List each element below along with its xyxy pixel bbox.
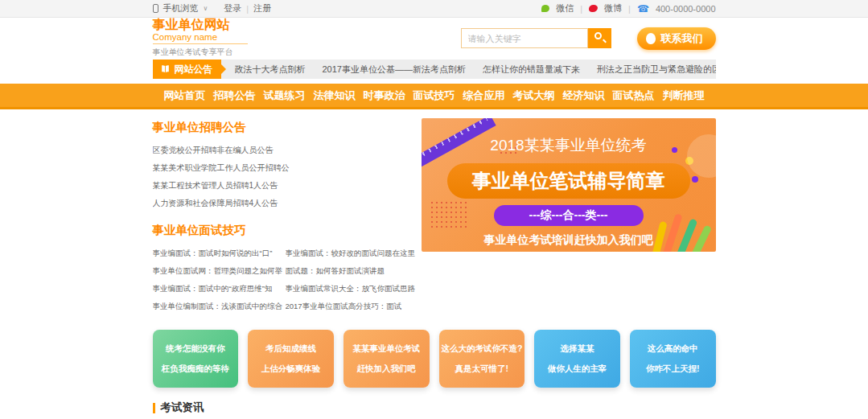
promo-card[interactable]: 某某事业单位考试 赶快加入我们吧 xyxy=(343,330,430,388)
logo-slogan: 事业单位考试专享平台 xyxy=(153,47,274,58)
interview-list-item[interactable]: 事业编面试：较好改的面试问题在这里 xyxy=(286,244,417,262)
card-line: 你咋不上天捏! xyxy=(646,364,700,375)
promo-card[interactable]: 选择某某 做你人生的主宰 xyxy=(534,330,620,388)
announcement-ticker: 网站公告 政法十大考点剖析 2017事业单位公基——新法考点剖析 怎样让你的错题… xyxy=(153,60,716,79)
section-accent-bar xyxy=(153,403,155,413)
banner-main-title: 事业单位笔试辅导简章 xyxy=(447,163,690,199)
nav-item-recruit-notices[interactable]: 招聘公告 xyxy=(214,88,256,103)
logo-title: 事业单位网站 xyxy=(153,18,274,32)
nav-item-syllabus[interactable]: 考试大纲 xyxy=(513,88,555,103)
interview-list-item[interactable]: 事业单位面试网：哲理类问题之如何举 xyxy=(153,262,284,280)
site-header: 事业单位网站 Comyany name 事业单位考试专享平台 联系我们 xyxy=(0,18,868,58)
section-title: 考试资讯 xyxy=(161,401,204,415)
card-line: 这么大的考试你不造? xyxy=(441,343,522,355)
nav-item-comprehensive[interactable]: 综合应用 xyxy=(463,88,505,103)
main-nav: 网站首页 招聘公告 试题练习 法律知识 时事政治 面试技巧 综合应用 考试大纲 … xyxy=(0,84,868,109)
card-line: 这么高的命中 xyxy=(648,343,698,355)
interview-list-item[interactable]: 事业编面试：面试时如何说的出“口” xyxy=(153,244,284,262)
divider: | xyxy=(580,4,582,14)
nav-item-reasoning[interactable]: 判断推理 xyxy=(663,88,705,103)
card-line: 做你人生的主宰 xyxy=(548,364,607,375)
phone-icon: ☎ xyxy=(637,4,649,14)
card-line: 统考怎能没有你 xyxy=(166,343,225,355)
interview-list-item[interactable]: 面试题：如何答好面试演讲题 xyxy=(286,262,417,280)
promo-card[interactable]: 考后知成绩线 上估分畅爽体验 xyxy=(248,330,334,388)
hotline-number: 400-0000-0000 xyxy=(656,4,716,14)
interview-section-title: 事业单位面试技巧 xyxy=(153,223,413,238)
logo-subtitle: Comyany name xyxy=(153,32,248,44)
search-input[interactable] xyxy=(461,28,588,48)
announcement-link[interactable]: 2017事业单位公基——新法考点剖析 xyxy=(323,64,466,76)
mobile-phone-icon xyxy=(153,4,158,13)
card-line: 赶快加入我们吧 xyxy=(356,364,416,375)
banner-category-pill: ---综---合---类--- xyxy=(494,205,644,226)
search-bar xyxy=(461,28,611,48)
hero-banner[interactable]: 2018某某事业单位统考 事业单位笔试辅导简章 ---综---合---类--- … xyxy=(422,118,716,252)
card-line: 考后知成绩线 xyxy=(265,343,316,355)
exam-news-section: 考试资讯 法律知识 时事政治 面试技巧 试题练习 招聘公告 综合应用 行政强制与… xyxy=(153,401,716,419)
card-line: 上估分畅爽体验 xyxy=(261,364,321,375)
weibo-icon xyxy=(589,5,598,12)
search-button[interactable] xyxy=(588,28,611,48)
contact-us-label: 联系我们 xyxy=(661,31,703,46)
nav-item-law[interactable]: 法律知识 xyxy=(314,88,356,103)
nav-item-home[interactable]: 网站首页 xyxy=(164,88,206,103)
interview-list-item[interactable]: 2017事业单位面试高分技巧：面试 xyxy=(286,298,417,315)
mobile-browse-link[interactable]: 手机浏览 xyxy=(163,2,199,14)
nav-item-practice[interactable]: 试题练习 xyxy=(264,88,306,103)
banner-headline: 2018某某事业单位统考 xyxy=(422,135,716,156)
chevron-down-icon: ∨ xyxy=(204,5,208,12)
announcement-link[interactable]: 刑法之正当防卫与紧急避险的区别 xyxy=(597,64,716,76)
divider: | xyxy=(246,4,249,14)
card-line: 选择某某 xyxy=(561,343,594,355)
recruit-list-item[interactable]: 人力资源和社会保障局招聘4人公告 xyxy=(153,195,413,212)
announcement-label[interactable]: 网站公告 xyxy=(153,60,221,79)
promo-card-row: 统考怎能没有你 枉负我痴痴的等待 考后知成绩线 上估分畅爽体验 某某事业单位考试… xyxy=(153,330,716,388)
interview-list-item[interactable]: 事业编面试：面试中的“政府思维”知 xyxy=(153,280,284,298)
weibo-link[interactable]: 微博 xyxy=(604,2,622,14)
nav-item-interview-skills[interactable]: 面试技巧 xyxy=(413,88,455,103)
left-column: 事业单位招聘公告 区委党校公开招聘非在编人员公告 某某美术职业学院工作人员公开招… xyxy=(153,118,413,315)
promo-card[interactable]: 统考怎能没有你 枉负我痴痴的等待 xyxy=(153,330,239,388)
search-icon xyxy=(594,32,602,39)
dots-decoration xyxy=(430,200,467,229)
nav-item-economics[interactable]: 经济知识 xyxy=(563,88,605,103)
qq-icon xyxy=(646,33,656,44)
recruit-list-item[interactable]: 某某美术职业学院工作人员公开招聘公 xyxy=(153,159,413,177)
wechat-link[interactable]: 微信 xyxy=(556,2,574,14)
wechat-icon xyxy=(541,5,549,12)
card-line: 某某事业单位考试 xyxy=(352,343,420,355)
register-link[interactable]: 注册 xyxy=(253,2,271,14)
interview-list-item[interactable]: 事业单位编制面试：浅谈面试中的综合 xyxy=(153,298,284,315)
promo-card[interactable]: 这么大的考试你不造? 真是太可惜了! xyxy=(439,330,525,388)
contact-us-button[interactable]: 联系我们 xyxy=(637,27,716,50)
book-icon xyxy=(160,64,171,74)
nav-item-politics[interactable]: 时事政治 xyxy=(364,88,405,103)
nav-item-interview-hot[interactable]: 面试热点 xyxy=(613,88,655,103)
divider: | xyxy=(628,4,631,14)
announcement-label-text: 网站公告 xyxy=(175,63,213,76)
recruit-section-title: 事业单位招聘公告 xyxy=(153,120,413,135)
card-line: 枉负我痴痴的等待 xyxy=(162,364,229,375)
top-utility-bar: 手机浏览 ∨ 登录 | 注册 微信 | 微博 | ☎ 400-0000-0000 xyxy=(0,0,868,18)
announcement-link[interactable]: 怎样让你的错题量减下来 xyxy=(483,64,580,76)
announcement-link[interactable]: 政法十大考点剖析 xyxy=(235,64,306,76)
recruit-list-item[interactable]: 某某工程技术管理人员招聘1人公告 xyxy=(153,177,413,195)
site-logo[interactable]: 事业单位网站 Comyany name 事业单位考试专享平台 xyxy=(153,18,274,58)
promo-card[interactable]: 这么高的命中 你咋不上天捏! xyxy=(630,330,716,388)
interview-list-item[interactable]: 事业编面试常识大全：放飞你面试思路 xyxy=(286,280,417,298)
card-line: 真是太可惜了! xyxy=(455,364,509,375)
login-link[interactable]: 登录 xyxy=(224,2,241,14)
dot-decoration xyxy=(692,176,698,183)
recruit-list-item[interactable]: 区委党校公开招聘非在编人员公告 xyxy=(153,142,413,159)
